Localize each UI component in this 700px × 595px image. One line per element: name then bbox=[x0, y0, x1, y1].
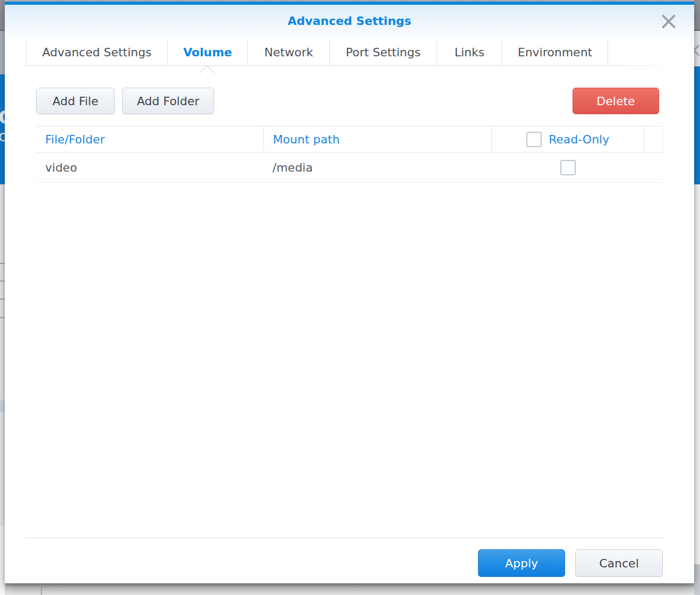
background-right-strip: ‹ bbox=[694, 0, 700, 595]
chevron-left-icon: ‹ bbox=[694, 35, 700, 63]
delete-button[interactable]: Delete bbox=[573, 88, 659, 114]
background-banner: C c bbox=[0, 74, 5, 184]
cancel-button[interactable]: Cancel bbox=[575, 549, 663, 577]
tab-volume[interactable]: Volume bbox=[167, 40, 247, 65]
read-only-label: Read-Only bbox=[549, 133, 609, 146]
apply-button[interactable]: Apply bbox=[478, 549, 565, 577]
column-header-spacer bbox=[644, 126, 662, 152]
volume-table: File/Folder Mount path Read-Only video /… bbox=[36, 126, 663, 183]
background-left-strip: C c bbox=[0, 0, 5, 595]
obscured-text-fragment: C bbox=[0, 106, 5, 128]
advanced-settings-dialog: Advanced Settings × Advanced Settings Vo… bbox=[5, 2, 694, 583]
table-header-row: File/Folder Mount path Read-Only bbox=[36, 126, 663, 152]
select-all-read-only-checkbox[interactable] bbox=[526, 132, 542, 147]
tab-environment[interactable]: Environment bbox=[502, 40, 608, 65]
tab-port-settings[interactable]: Port Settings bbox=[329, 40, 437, 65]
close-button[interactable]: × bbox=[657, 6, 680, 36]
add-folder-button[interactable]: Add Folder bbox=[122, 88, 214, 114]
cell-file-folder: video bbox=[36, 161, 263, 174]
cell-mount-path: /media bbox=[263, 161, 492, 174]
tab-divider bbox=[25, 65, 673, 66]
dialog-header: Advanced Settings × bbox=[5, 5, 694, 39]
volume-toolbar: Add File Add Folder Delete bbox=[36, 88, 663, 114]
dialog-title: Advanced Settings bbox=[5, 5, 694, 38]
dialog-shadow-area bbox=[5, 583, 694, 595]
cell-read-only bbox=[492, 160, 644, 175]
tab-network[interactable]: Network bbox=[247, 40, 329, 65]
tab-bar: Advanced Settings Volume Network Port Se… bbox=[26, 40, 608, 65]
tab-advanced-settings[interactable]: Advanced Settings bbox=[26, 40, 167, 65]
add-file-button[interactable]: Add File bbox=[36, 88, 115, 114]
table-row[interactable]: video /media bbox=[36, 152, 663, 183]
column-header-read-only: Read-Only bbox=[491, 126, 644, 152]
column-header-file-folder: File/Folder bbox=[36, 126, 263, 152]
obscured-text-fragment: c bbox=[0, 128, 5, 145]
tab-links[interactable]: Links bbox=[437, 40, 502, 65]
footer-divider bbox=[25, 538, 665, 538]
close-icon: × bbox=[659, 6, 679, 35]
screen: C c ‹ Advanced bbox=[0, 0, 700, 595]
active-tab-notch bbox=[200, 65, 215, 80]
row-read-only-checkbox[interactable] bbox=[560, 160, 576, 175]
background-banner bbox=[694, 66, 700, 184]
column-header-mount-path: Mount path bbox=[263, 126, 492, 152]
